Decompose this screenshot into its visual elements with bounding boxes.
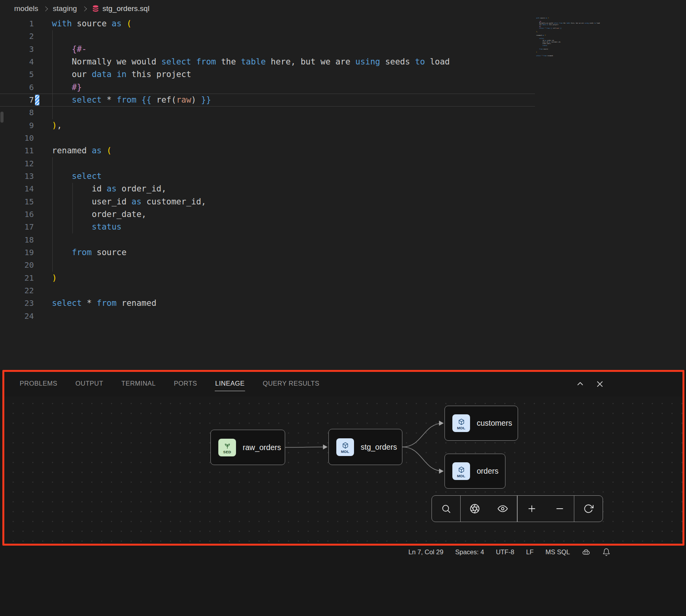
bell-icon[interactable] <box>602 548 610 556</box>
code-line[interactable]: 2 <box>0 30 686 42</box>
panel-tab-terminal[interactable]: TERMINAL <box>121 377 156 391</box>
statusbar-item[interactable]: Spaces: 4 <box>455 548 484 556</box>
line-number: 4 <box>0 55 34 68</box>
panel-tabs: PROBLEMSOUTPUTTERMINALPORTSLINEAGEQUERY … <box>19 377 337 391</box>
node-label: stg_orders <box>361 443 397 452</box>
chevron-right-icon <box>82 6 87 11</box>
panel-tab-query-results[interactable]: QUERY RESULTS <box>262 377 320 391</box>
code-line[interactable]: 9), <box>0 119 686 132</box>
code-line[interactable]: 3 {#- <box>0 43 686 55</box>
code-line[interactable]: 1with source as ( <box>0 17 686 30</box>
line-number: 19 <box>0 246 34 259</box>
zoom-in-button[interactable] <box>518 496 546 522</box>
aperture-button[interactable] <box>461 496 489 522</box>
panel-tab-problems[interactable]: PROBLEMS <box>19 377 58 391</box>
line-number: 11 <box>0 144 34 157</box>
breadcrumb: models staging stg_orders.sql <box>0 0 686 17</box>
model-icon: MDL <box>336 438 354 456</box>
lineage-node-stg_orders[interactable]: MDLstg_orders <box>328 429 402 465</box>
statusbar-item[interactable]: MS SQL <box>546 548 570 556</box>
panel-tab-output[interactable]: OUTPUT <box>75 377 104 391</box>
line-number: 5 <box>0 68 34 81</box>
code-line[interactable]: 20 <box>0 259 686 271</box>
lineage-node-raw_orders[interactable]: SEDraw_orders <box>210 430 285 465</box>
code-line[interactable]: 7 select * from {{ ref(raw) }} <box>0 94 686 106</box>
copilot-icon[interactable] <box>582 548 590 557</box>
statusbar-item[interactable]: UTF-8 <box>496 548 514 556</box>
line-number: 18 <box>0 234 34 246</box>
close-icon[interactable] <box>595 379 605 389</box>
lineage-canvas[interactable]: SEDraw_ordersMDLstg_ordersMDLcustomersMD… <box>4 396 682 544</box>
badge-label: MDL <box>341 449 349 454</box>
model-icon: MDL <box>452 414 470 432</box>
line-number: 12 <box>0 157 34 170</box>
search-button[interactable] <box>432 496 460 522</box>
database-icon <box>92 5 100 13</box>
breadcrumb-item-staging[interactable]: staging <box>53 4 77 13</box>
chevron-right-icon <box>43 6 48 11</box>
line-number: 23 <box>0 297 34 309</box>
lineage-node-customers[interactable]: MDLcustomers <box>444 406 518 441</box>
code-line[interactable]: 24 <box>0 310 686 322</box>
code-line[interactable]: 10 <box>0 132 686 144</box>
line-number: 16 <box>0 208 34 221</box>
badge-label: MDL <box>457 426 465 430</box>
line-number: 17 <box>0 221 34 233</box>
line-number: 20 <box>0 259 34 271</box>
statusbar-item[interactable]: LF <box>526 548 533 556</box>
code-line[interactable]: 16 order_date, <box>0 208 686 221</box>
badge-label: MDL <box>457 474 465 478</box>
code-line[interactable]: 6 #} <box>0 81 686 94</box>
code-line[interactable]: 21) <box>0 272 686 284</box>
chevron-up-icon[interactable] <box>575 379 585 389</box>
node-label: raw_orders <box>243 443 281 452</box>
eye-button[interactable] <box>489 496 517 522</box>
breadcrumb-file[interactable]: stg_orders.sql <box>92 4 149 13</box>
zoom-out-button[interactable] <box>546 496 574 522</box>
code-line[interactable]: 23select * from renamed <box>0 297 686 309</box>
statusbar-items: Ln 7, Col 29Spaces: 4UTF-8LFMS SQL <box>408 548 570 556</box>
model-icon: MDL <box>452 462 470 480</box>
panel-header: PROBLEMSOUTPUTTERMINALPORTSLINEAGEQUERY … <box>4 372 682 396</box>
line-number: 1 <box>0 17 34 30</box>
code-line[interactable]: 5 our data in this project <box>0 68 686 81</box>
bottom-panel: PROBLEMSOUTPUTTERMINALPORTSLINEAGEQUERY … <box>4 372 682 544</box>
line-number: 2 <box>0 30 34 42</box>
line-number: 24 <box>0 310 34 322</box>
line-number: 10 <box>0 132 34 144</box>
line-number: 22 <box>0 284 34 297</box>
line-number: 9 <box>0 119 34 132</box>
line-number: 14 <box>0 182 34 195</box>
breadcrumb-item-models[interactable]: models <box>14 4 38 13</box>
statusbar-item[interactable]: Ln 7, Col 29 <box>408 548 443 556</box>
code-line[interactable]: 19 from source <box>0 246 686 259</box>
code-line[interactable]: 18 <box>0 234 686 246</box>
line-decoration-stripes <box>35 95 39 105</box>
code-line[interactable]: 17 status <box>0 221 686 233</box>
node-label: customers <box>477 419 512 428</box>
code-line[interactable]: 13 select <box>0 170 686 182</box>
code-line[interactable]: 12 <box>0 157 686 170</box>
code-line[interactable]: 8 <box>0 106 686 119</box>
code-lines: 1with source as (23 {#-4 Normally we wou… <box>0 17 686 322</box>
panel-tab-ports[interactable]: PORTS <box>173 377 197 391</box>
line-number: 8 <box>0 106 34 119</box>
refresh-button[interactable] <box>574 496 603 522</box>
line-number: 13 <box>0 170 34 182</box>
panel-tab-lineage[interactable]: LINEAGE <box>215 377 245 391</box>
line-number: 3 <box>0 43 34 55</box>
line-number: 15 <box>0 195 34 208</box>
code-line[interactable]: 4 Normally we would select from the tabl… <box>0 55 686 68</box>
lineage-node-orders[interactable]: MDLorders <box>444 454 505 489</box>
code-editor[interactable]: 1with source as (23 {#-4 Normally we wou… <box>0 17 686 370</box>
code-line[interactable]: 15 user_id as customer_id, <box>0 195 686 208</box>
code-line[interactable]: 11renamed as ( <box>0 144 686 157</box>
breadcrumb-filename: stg_orders.sql <box>103 4 149 13</box>
line-number: 7 <box>0 94 34 106</box>
line-number: 6 <box>0 81 34 94</box>
status-bar: Ln 7, Col 29Spaces: 4UTF-8LFMS SQL <box>0 546 686 559</box>
lineage-toolbar <box>432 495 603 522</box>
code-line[interactable]: 14 id as order_id, <box>0 182 686 195</box>
panel-actions <box>575 379 605 389</box>
code-line[interactable]: 22 <box>0 284 686 297</box>
